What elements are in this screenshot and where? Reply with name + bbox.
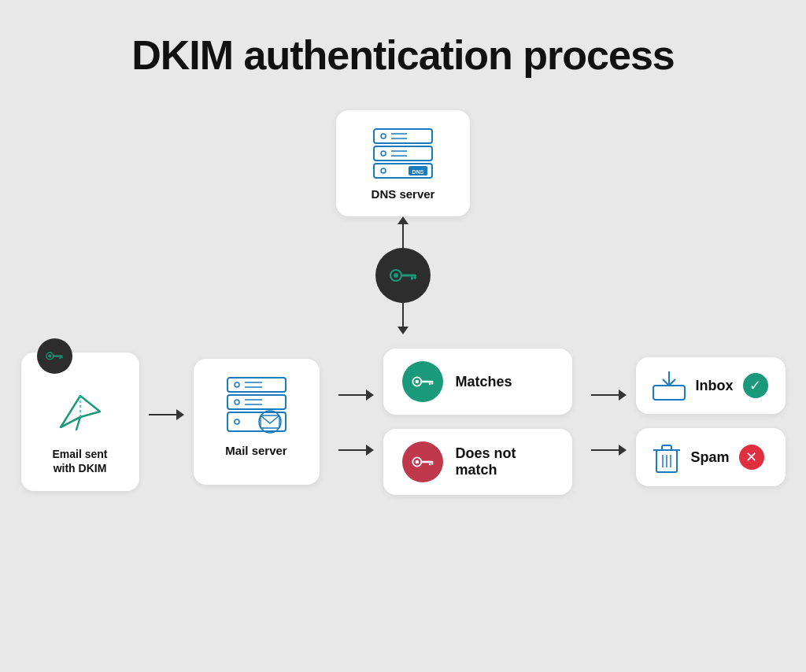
main-row: Email sent with DKIM: [21, 334, 786, 495]
svg-point-13: [394, 273, 398, 278]
dns-server-card: DNS DNS server: [336, 110, 470, 216]
dns-server-icon: DNS: [368, 126, 438, 181]
paper-plane-icon: [53, 384, 108, 439]
result-arrows-col: [582, 374, 636, 456]
svg-rect-16: [414, 277, 416, 279]
svg-point-5: [381, 151, 386, 156]
svg-rect-30: [227, 395, 286, 409]
email-sent-label: Email sent with DKIM: [52, 447, 107, 475]
arrow-email-to-mail: [149, 409, 184, 420]
arrow-line: [338, 394, 366, 396]
svg-rect-42: [431, 382, 433, 384]
page-title: DKIM authentication process: [131, 31, 675, 79]
svg-point-9: [381, 168, 386, 173]
svg-rect-19: [53, 355, 63, 356]
email-key-badge: [37, 338, 72, 374]
mail-server-label: Mail server: [225, 444, 287, 457]
svg-rect-20: [59, 356, 61, 359]
trash-icon: [652, 441, 682, 474]
arrow-to-no-match: [338, 445, 374, 456]
matches-card: Matches: [383, 349, 572, 415]
spam-label: Spam: [691, 449, 730, 466]
outcome-arrows-col: [329, 374, 383, 456]
outcomes-column: Matches Does not match: [383, 349, 572, 495]
svg-rect-15: [411, 277, 413, 280]
no-match-label: Does not match: [456, 445, 553, 478]
dns-server-label: DNS server: [372, 187, 435, 201]
arrow-head-right-icon: [176, 409, 184, 420]
arrow-up-icon: [397, 216, 409, 224]
inbox-check-icon: ✓: [743, 373, 768, 398]
arrow-line: [591, 449, 619, 451]
arrow-line: [149, 414, 176, 415]
diagram: DNS DNS server: [0, 110, 806, 495]
arrow-to-spam: [591, 445, 627, 456]
inbox-icon: [652, 370, 686, 401]
svg-point-35: [235, 419, 239, 424]
svg-rect-40: [420, 381, 433, 382]
svg-rect-48: [653, 386, 685, 400]
arrow-line-down: [402, 303, 404, 327]
results-column: Inbox ✓ Spam ✕: [636, 357, 786, 486]
svg-point-44: [415, 460, 419, 464]
svg-point-31: [235, 400, 239, 404]
matches-key-icon: [402, 361, 443, 402]
email-sent-card: Email sent with DKIM: [21, 353, 139, 491]
no-match-key-icon: [402, 441, 443, 482]
key-circle-center: [375, 248, 431, 303]
no-match-card: Does not match: [383, 429, 572, 495]
svg-rect-4: [374, 146, 432, 161]
mail-server-icon: [221, 375, 292, 438]
svg-point-18: [48, 354, 51, 357]
svg-rect-26: [227, 378, 286, 392]
arrow-line-up: [402, 224, 404, 248]
svg-point-39: [415, 380, 419, 384]
svg-text:DNS: DNS: [412, 169, 424, 175]
arrow-to-matches: [338, 390, 374, 401]
arrow-head: [366, 445, 374, 456]
svg-rect-21: [61, 356, 63, 358]
svg-rect-46: [428, 463, 430, 465]
dns-key-connector: [375, 216, 431, 334]
svg-rect-41: [428, 382, 430, 385]
svg-point-27: [235, 382, 239, 387]
arrow-down-icon: [397, 327, 409, 334]
svg-rect-14: [401, 275, 416, 277]
mail-server-card: Mail server: [194, 359, 320, 485]
svg-rect-0: [374, 129, 432, 143]
svg-point-1: [381, 134, 386, 138]
svg-rect-45: [420, 461, 433, 463]
matches-label: Matches: [456, 374, 512, 390]
arrow-to-inbox: [591, 390, 627, 401]
svg-point-37: [259, 411, 281, 433]
spam-card: Spam ✕: [636, 428, 786, 486]
inbox-label: Inbox: [696, 378, 734, 394]
arrow-line: [591, 394, 619, 396]
svg-rect-52: [662, 445, 671, 450]
inbox-card: Inbox ✓: [636, 357, 786, 414]
spam-x-icon: ✕: [739, 445, 764, 470]
arrow-line: [338, 449, 366, 451]
svg-rect-47: [431, 463, 433, 464]
arrow-head: [619, 390, 627, 401]
arrow-head: [619, 445, 627, 456]
arrow-head: [366, 390, 374, 401]
